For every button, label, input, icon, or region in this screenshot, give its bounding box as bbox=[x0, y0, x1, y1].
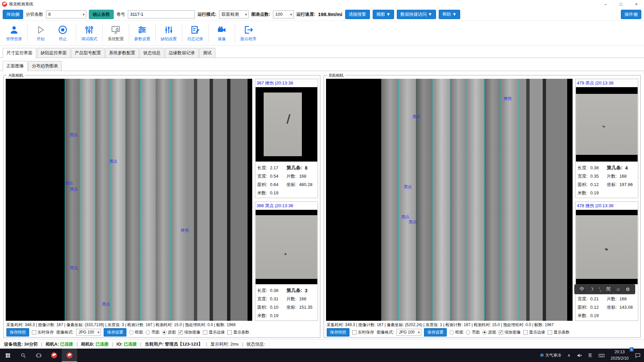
help-menu-button[interactable]: 帮助 ▼ bbox=[439, 10, 460, 19]
exit-program-button[interactable]: 退出程序 bbox=[237, 24, 259, 42]
notification-icon bbox=[635, 352, 641, 359]
system-config-button[interactable]: 系统配置 bbox=[105, 24, 126, 42]
keyboard-icon bbox=[598, 352, 605, 359]
exit-icon bbox=[243, 24, 254, 35]
active-app-button[interactable] bbox=[62, 349, 77, 362]
image-format-select[interactable]: JPG 100 bbox=[76, 329, 101, 336]
defect-stats: 长度:0.38 第几条:4 宽度:0.35 片数:168 面积:0.12 坐标:… bbox=[576, 162, 638, 198]
realtime-save-checkbox[interactable]: 实时保存 bbox=[352, 329, 374, 335]
defect-thumbnail bbox=[256, 87, 317, 162]
subtab-front-image[interactable]: 正面图像 bbox=[3, 61, 28, 71]
tab-status-info[interactable]: 状态信息 bbox=[140, 48, 164, 58]
debug-mode-button[interactable]: 调试模式 bbox=[78, 24, 100, 42]
notification-center-button[interactable]: 6 bbox=[632, 349, 644, 362]
run-mode-select[interactable]: 双面检测 bbox=[219, 10, 249, 18]
show-edge-checkbox[interactable]: 显示边缘 bbox=[203, 329, 225, 335]
show-hidden-icons-button[interactable]: ∧ bbox=[565, 349, 574, 362]
input-language-button[interactable]: 英 bbox=[585, 349, 595, 362]
taskbar-weather[interactable]: ❄ 天气寒冷 bbox=[537, 349, 565, 362]
speaker-muted-icon bbox=[577, 353, 582, 358]
defect-card[interactable]: 478 挫伤 |20:13:38 长度:0.57 第几条:3 宽度:0.21 片… bbox=[575, 201, 638, 321]
dark-image-radio[interactable]: 暗图 bbox=[129, 329, 143, 335]
stop-button[interactable]: 停止 bbox=[52, 24, 73, 42]
clear-alarm-button[interactable]: 清除报警 bbox=[345, 10, 370, 19]
volume-button[interactable] bbox=[574, 349, 585, 362]
task-view-button[interactable] bbox=[31, 349, 46, 362]
defect-card-header: 478 挫伤 |20:13:38 bbox=[576, 202, 638, 210]
tab-defect-monitor[interactable]: 缺陷监控界面 bbox=[37, 48, 70, 58]
stat-width: 宽度:0.21 bbox=[578, 296, 607, 302]
bright-image-radio[interactable]: 亮图 bbox=[466, 329, 480, 335]
drive-side-button[interactable]: 传动侧 bbox=[3, 10, 23, 19]
subtab-distribution-chart[interactable]: 分布趋势图表 bbox=[28, 61, 62, 71]
save-settings-button[interactable]: 保存设置 bbox=[104, 328, 126, 337]
ime-punctuation-toggle[interactable]: ’, bbox=[599, 287, 601, 292]
app-icon bbox=[51, 352, 57, 358]
edge-bands bbox=[518, 79, 573, 321]
bright-image-radio[interactable]: 亮图 bbox=[146, 329, 159, 335]
minimize-button[interactable]: – bbox=[598, 0, 613, 8]
ime-simplified-toggle[interactable]: 简 bbox=[606, 286, 611, 292]
defect-card[interactable]: 367 挫伤 |20:13:38 长度:2.17 第几条:8 宽度:0.54 片… bbox=[255, 79, 318, 198]
zoom-image-checkbox[interactable]: 缩放图像 bbox=[178, 329, 200, 335]
maximize-button[interactable]: □ bbox=[613, 0, 629, 8]
camera-b-image[interactable]: 挫伤 黑点 黑点 黑点 黑点 bbox=[326, 79, 573, 321]
strip-count-select[interactable]: 8 bbox=[46, 10, 86, 18]
admin-login-button[interactable]: 管理登录 bbox=[3, 24, 25, 42]
tab-edge-data-record[interactable]: 边缘数据记录 bbox=[165, 48, 199, 58]
pinned-app-button[interactable] bbox=[46, 349, 62, 362]
save-snapshot-button[interactable]: 保存快照 bbox=[327, 328, 350, 337]
show-count-checkbox[interactable]: 显示条数 bbox=[227, 329, 249, 335]
defect-overlay-label: 黑点 bbox=[412, 114, 420, 120]
chart-points-select[interactable]: 100 bbox=[273, 10, 294, 18]
save-settings-button[interactable]: 保存设置 bbox=[424, 328, 447, 337]
stop-label: 停止 bbox=[59, 36, 67, 42]
camera-a-image[interactable]: 黑点 黑点 黑点 黑点 挫伤 黑点 黑点 bbox=[6, 79, 252, 321]
stat-meters: 米数:0.19 bbox=[578, 313, 607, 319]
tab-size-monitor[interactable]: 尺寸监控界面 bbox=[3, 48, 36, 58]
close-button[interactable]: × bbox=[629, 0, 644, 8]
defect-sliders-icon bbox=[163, 24, 174, 35]
start-button[interactable]: 开始 bbox=[30, 24, 51, 42]
touch-keyboard-button[interactable] bbox=[595, 349, 608, 362]
ime-settings-icon[interactable]: ⚙ bbox=[626, 287, 630, 292]
save-snapshot-button[interactable]: 保存快照 bbox=[6, 328, 29, 337]
ime-emoji-icon[interactable]: ☺ bbox=[616, 287, 621, 292]
view-menu-button[interactable]: 视图 ▼ bbox=[373, 10, 394, 19]
zoom-image-checkbox[interactable]: 缩放图像 bbox=[499, 329, 521, 335]
confirm-strips-button[interactable]: 确认条数 bbox=[89, 10, 114, 19]
stat-meters: 米数:0.19 bbox=[257, 313, 286, 319]
start-button[interactable] bbox=[0, 349, 15, 362]
defect-settings-button[interactable]: 缺陷设置 bbox=[158, 24, 179, 42]
quick-access-menu-button[interactable]: 数据快捷访问 ▼ bbox=[397, 10, 436, 19]
log-record-button[interactable]: 日志记录 bbox=[184, 24, 206, 42]
camera-a-controls: 保存快照 实时保存 图像格式: JPG 100 保存设置 暗图 亮图 原图 缩放… bbox=[6, 327, 318, 337]
user-icon bbox=[9, 24, 19, 35]
defect-overlay-label: 挫伤 bbox=[503, 96, 512, 102]
original-image-radio[interactable]: 原图 bbox=[162, 329, 176, 335]
roll-number-input[interactable] bbox=[128, 10, 195, 18]
param-settings-button[interactable]: 参数设置 bbox=[131, 24, 153, 42]
show-edge-checkbox[interactable]: 显示边缘 bbox=[523, 329, 545, 335]
defect-card[interactable]: 479 黑点 |20:13:38 长度:0.38 第几条:4 宽度:0.35 片… bbox=[575, 79, 638, 198]
toolbar-separator bbox=[27, 24, 28, 42]
tab-system-param-config[interactable]: 系统参数配置 bbox=[105, 48, 139, 58]
realtime-save-checkbox[interactable]: 实时保存 bbox=[32, 329, 54, 335]
defect-card[interactable]: 366 黑点 |20:13:38 长度:0.38 第几条:3 宽度:0.31 片… bbox=[255, 201, 318, 321]
ime-language-toggle[interactable]: 中 bbox=[580, 286, 584, 292]
strip-region bbox=[65, 79, 185, 321]
taskbar-clock[interactable]: 20:13 2025/2/10 bbox=[608, 349, 632, 362]
original-image-radio[interactable]: 原图 bbox=[482, 329, 496, 335]
taskbar-search-button[interactable] bbox=[15, 349, 31, 362]
image-format-select[interactable]: JPG 100 bbox=[396, 329, 421, 336]
dark-image-radio[interactable]: 暗图 bbox=[449, 329, 463, 335]
capture-button[interactable]: 撮像 bbox=[211, 24, 232, 42]
icon-toolbar: 管理登录 开始 停止 调试模式 系统配置 参数设置 bbox=[0, 21, 644, 46]
ime-fullwidth-icon[interactable]: ☽ bbox=[589, 287, 594, 292]
show-count-checkbox[interactable]: 显示条数 bbox=[548, 329, 570, 335]
operate-side-button[interactable]: 操作侧 bbox=[621, 10, 641, 19]
tab-product-model-config[interactable]: 产品型号配置 bbox=[71, 48, 105, 58]
param-settings-label: 参数设置 bbox=[134, 36, 150, 42]
checkbox-icon bbox=[203, 330, 207, 335]
tab-test[interactable]: 测试 bbox=[199, 48, 215, 58]
